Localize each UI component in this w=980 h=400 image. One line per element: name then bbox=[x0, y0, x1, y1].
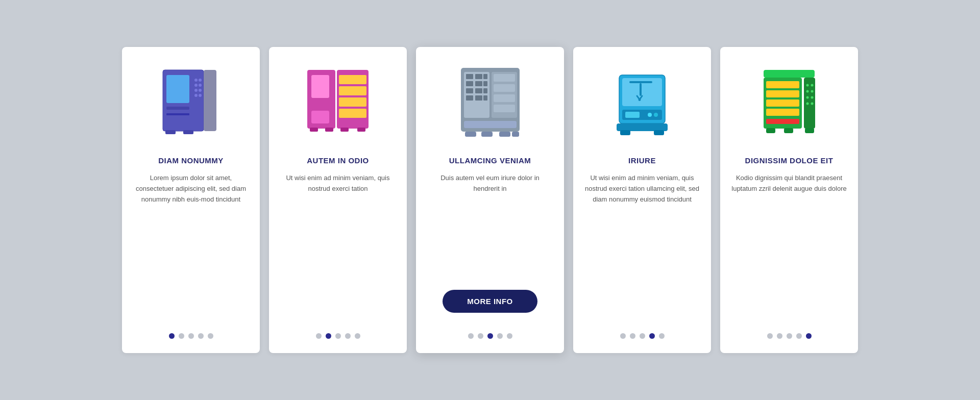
svg-rect-35 bbox=[466, 88, 473, 93]
card-2-body: Ut wisi enim ad minim veniam, quis nostr… bbox=[280, 173, 396, 323]
dot bbox=[316, 333, 322, 339]
svg-point-75 bbox=[811, 96, 814, 99]
svg-rect-48 bbox=[481, 132, 493, 137]
card-1-body: Lorem ipsum dolor sit amet, consectetuer… bbox=[133, 173, 249, 323]
card-4: IRIURE Ut wisi enim ad minim veniam, qui… bbox=[573, 47, 711, 353]
svg-point-6 bbox=[194, 89, 198, 92]
svg-rect-33 bbox=[475, 81, 482, 86]
svg-rect-59 bbox=[617, 123, 668, 131]
svg-rect-19 bbox=[339, 75, 366, 84]
svg-rect-25 bbox=[340, 128, 349, 132]
svg-rect-10 bbox=[166, 107, 189, 110]
card-2: AUTEM IN ODIO Ut wisi enim ad minim veni… bbox=[269, 47, 407, 353]
dot bbox=[478, 333, 483, 339]
card-2-dots bbox=[316, 333, 360, 339]
dot bbox=[659, 333, 665, 339]
svg-rect-32 bbox=[466, 81, 473, 86]
svg-rect-80 bbox=[805, 128, 814, 133]
svg-rect-45 bbox=[494, 105, 515, 112]
svg-point-71 bbox=[811, 84, 814, 87]
svg-rect-61 bbox=[654, 130, 664, 135]
dot bbox=[208, 333, 213, 339]
card-5-icon bbox=[748, 62, 830, 144]
card-3-icon bbox=[449, 62, 531, 144]
dot bbox=[777, 333, 782, 339]
card-1: DIAM NONUMMY Lorem ipsum dolor sit amet,… bbox=[122, 47, 260, 353]
svg-point-72 bbox=[806, 90, 809, 93]
svg-rect-68 bbox=[766, 119, 799, 124]
card-2-title: AUTEM IN ODIO bbox=[307, 156, 369, 165]
svg-rect-39 bbox=[475, 95, 482, 101]
dot bbox=[767, 333, 773, 339]
card-4-icon bbox=[601, 62, 683, 144]
dot bbox=[335, 333, 341, 339]
svg-rect-1 bbox=[166, 75, 189, 103]
svg-rect-62 bbox=[764, 70, 815, 78]
svg-point-9 bbox=[199, 94, 202, 97]
svg-rect-67 bbox=[766, 109, 799, 116]
svg-rect-26 bbox=[357, 128, 365, 132]
svg-rect-17 bbox=[311, 111, 329, 123]
card-3-dots bbox=[468, 333, 512, 339]
svg-rect-12 bbox=[204, 70, 216, 131]
card-5-body: Kodio dignissim qui blandit praesent lup… bbox=[731, 173, 847, 323]
card-1-icon bbox=[150, 62, 232, 144]
svg-rect-21 bbox=[339, 97, 366, 107]
dot bbox=[787, 333, 792, 339]
svg-point-76 bbox=[806, 103, 809, 105]
svg-point-57 bbox=[648, 113, 652, 117]
card-1-dots bbox=[169, 333, 213, 339]
cards-container: DIAM NONUMMY Lorem ipsum dolor sit amet,… bbox=[91, 27, 889, 373]
svg-rect-47 bbox=[465, 132, 476, 137]
card-3-title: ULLAMCING VENIAM bbox=[449, 156, 531, 165]
svg-point-7 bbox=[199, 89, 202, 92]
card-1-title: DIAM NONUMMY bbox=[158, 156, 224, 165]
dot bbox=[796, 333, 802, 339]
svg-rect-56 bbox=[625, 112, 640, 118]
dot bbox=[468, 333, 474, 339]
svg-point-5 bbox=[199, 84, 202, 87]
svg-rect-66 bbox=[766, 99, 799, 107]
dot bbox=[620, 333, 626, 339]
svg-rect-24 bbox=[325, 128, 333, 132]
svg-rect-60 bbox=[620, 130, 630, 135]
dot bbox=[198, 333, 204, 339]
svg-point-3 bbox=[199, 79, 202, 82]
svg-rect-38 bbox=[466, 95, 473, 101]
svg-rect-34 bbox=[483, 81, 487, 86]
svg-rect-65 bbox=[766, 90, 799, 97]
dot bbox=[649, 333, 655, 339]
svg-rect-36 bbox=[475, 88, 482, 93]
dot bbox=[345, 333, 351, 339]
svg-point-77 bbox=[811, 103, 814, 105]
svg-point-58 bbox=[654, 113, 658, 117]
svg-rect-54 bbox=[640, 83, 642, 96]
more-info-button[interactable]: MORE INFO bbox=[443, 290, 537, 313]
svg-point-70 bbox=[806, 84, 809, 87]
dot bbox=[355, 333, 360, 339]
svg-rect-53 bbox=[629, 81, 652, 83]
card-5: DIGNISSIM DOLOE EIT Kodio dignissim qui … bbox=[720, 47, 858, 353]
svg-rect-46 bbox=[464, 121, 517, 128]
svg-rect-13 bbox=[165, 130, 176, 134]
dot bbox=[507, 333, 512, 339]
svg-rect-44 bbox=[494, 94, 515, 102]
svg-rect-64 bbox=[766, 81, 799, 88]
svg-rect-14 bbox=[183, 130, 193, 134]
card-4-dots bbox=[620, 333, 665, 339]
dot bbox=[497, 333, 503, 339]
svg-rect-37 bbox=[483, 88, 487, 93]
svg-rect-40 bbox=[483, 95, 487, 101]
svg-point-2 bbox=[194, 79, 198, 82]
svg-rect-50 bbox=[512, 132, 519, 137]
dot bbox=[487, 333, 493, 339]
svg-point-8 bbox=[194, 94, 198, 97]
dot bbox=[630, 333, 635, 339]
svg-rect-31 bbox=[483, 74, 487, 79]
svg-rect-78 bbox=[766, 128, 775, 133]
svg-rect-29 bbox=[466, 74, 473, 79]
svg-rect-69 bbox=[804, 78, 815, 129]
card-4-title: IRIURE bbox=[628, 156, 656, 165]
svg-rect-11 bbox=[166, 113, 189, 115]
dot bbox=[326, 333, 331, 339]
